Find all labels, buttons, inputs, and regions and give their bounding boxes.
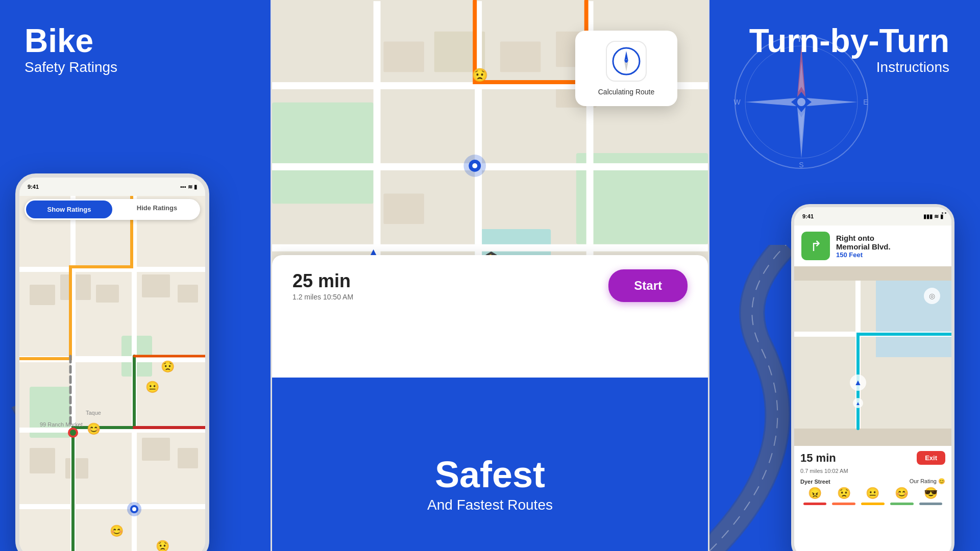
emoji-rating-item[interactable]: 😠	[800, 488, 829, 499]
emoji-face: 😊	[895, 488, 909, 499]
signal-right: ▮▮▮ ≋ ▮	[923, 213, 943, 220]
hide-ratings-btn[interactable]: Hide Ratings	[114, 199, 200, 220]
left-subtitle: Safety Ratings	[24, 59, 117, 76]
street-name-label: Dyer Street	[800, 479, 830, 485]
nav-instruction: ↱ Right onto Memorial Blvd. 150 Feet	[794, 226, 951, 266]
color-bar-item	[916, 501, 945, 505]
turn-direction: Right onto Memorial Blvd.	[836, 234, 891, 251]
color-bars-row	[800, 501, 945, 505]
svg-marker-66	[745, 98, 796, 106]
svg-text:▲: ▲	[855, 400, 861, 406]
phone-dots	[942, 212, 946, 214]
time-right: 9:41	[802, 213, 814, 219]
svg-rect-15	[19, 504, 205, 509]
svg-rect-34	[383, 42, 424, 72]
svg-rect-7	[178, 285, 198, 303]
safest-subtitle: And Fastest Routes	[427, 497, 553, 513]
svg-text:😊: 😊	[110, 524, 124, 538]
svg-text:S: S	[799, 161, 803, 169]
signal-icons-left: ▪▪▪ ≋ ▮	[180, 184, 197, 190]
show-ratings-btn[interactable]: Show Ratings	[26, 201, 112, 218]
svg-rect-39	[383, 194, 424, 224]
turn-icon: ↱	[801, 232, 830, 260]
time-left: 9:41	[28, 184, 39, 190]
svg-point-70	[797, 98, 805, 106]
safest-title: Safest	[435, 456, 545, 493]
svg-point-25	[132, 507, 136, 511]
emoji-face: 😟	[837, 488, 851, 499]
color-bar	[861, 503, 884, 505]
svg-rect-5	[96, 285, 119, 303]
svg-text:😟: 😟	[472, 67, 488, 83]
svg-rect-36	[500, 42, 541, 72]
color-bar	[803, 503, 826, 505]
emoji-rating-row: 😠😟😐😊😎	[800, 488, 945, 499]
svg-rect-9	[65, 458, 88, 479]
nav-duration: 15 min	[800, 452, 836, 465]
emoji-rating-item[interactable]: 😎	[916, 488, 945, 499]
phone-left: 9:41 ▪▪▪ ≋ ▮ Show Ratings Hide Ratings	[15, 173, 209, 551]
calculating-route-label: Calculating Route	[598, 88, 655, 96]
svg-point-49	[472, 163, 477, 168]
emoji-rating-item[interactable]: 😐	[859, 488, 888, 499]
middle-panel: 😟 🎓 idence	[271, 0, 709, 551]
svg-rect-0	[19, 183, 205, 551]
svg-rect-11	[178, 448, 198, 468]
svg-text:99 Ranch Market: 99 Ranch Market	[40, 421, 83, 428]
color-bar-item	[829, 501, 859, 505]
compass-icon	[612, 47, 641, 76]
instruction-text: Right onto Memorial Blvd. 150 Feet	[836, 234, 891, 259]
svg-text:😟: 😟	[156, 539, 170, 551]
phone-stats: 15 min Exit 0.7 miles 10:02 AM Dyer Stre…	[794, 446, 951, 551]
svg-text:W: W	[733, 98, 741, 106]
svg-text:◎: ◎	[929, 292, 935, 300]
emoji-rating-item[interactable]: 😟	[829, 488, 859, 499]
svg-marker-67	[806, 98, 857, 106]
color-bar-item	[859, 501, 888, 505]
svg-text:😊: 😊	[87, 422, 101, 436]
svg-rect-10	[142, 438, 170, 461]
color-bar	[919, 503, 942, 505]
emoji-face: 😠	[808, 488, 822, 499]
svg-text:Taque: Taque	[86, 410, 101, 416]
route-details: 1.2 miles 10:50 AM	[292, 293, 598, 301]
color-bar	[832, 503, 855, 505]
route-info-bar: 25 min 1.2 miles 10:50 AM Start	[272, 255, 708, 316]
start-button[interactable]: Start	[608, 269, 688, 302]
phone-right: 9:41 ▮▮▮ ≋ ▮ ↱ Right onto	[791, 204, 954, 551]
svg-rect-31	[272, 103, 374, 204]
status-bar-right: 9:41 ▮▮▮ ≋ ▮	[794, 207, 951, 226]
status-bar-left: 9:41 ▪▪▪ ≋ ▮	[19, 178, 205, 196]
right-heading: Turn-by-Turn Instructions	[749, 24, 949, 76]
right-subtitle: Instructions	[749, 59, 949, 76]
route-time-info: 25 min 1.2 miles 10:50 AM	[292, 270, 598, 301]
svg-point-27	[70, 430, 76, 436]
stats-main-row: 15 min Exit	[800, 451, 945, 465]
middle-map: 😟 🎓 idence	[272, 0, 708, 316]
left-heading: Bike Safety Ratings	[24, 24, 117, 76]
emoji-rating-item[interactable]: 😊	[887, 488, 916, 499]
emoji-face: 😎	[924, 488, 938, 499]
svg-rect-6	[142, 274, 170, 297]
color-bar-item	[887, 501, 916, 505]
svg-text:😟: 😟	[161, 360, 175, 373]
color-bar-item	[800, 501, 829, 505]
svg-rect-3	[30, 285, 55, 305]
left-panel: Bike Safety Ratings 9:41 ▪▪▪ ≋ ▮ Show R	[0, 0, 271, 551]
route-duration: 25 min	[292, 270, 598, 292]
phone-map-area: ▲ ◎ ▲	[794, 263, 951, 446]
svg-text:😐: 😐	[145, 380, 160, 394]
ratings-toggle: Show Ratings Hide Ratings	[24, 199, 200, 220]
svg-text:▲: ▲	[854, 378, 862, 387]
safest-section: Safest And Fastest Routes	[272, 378, 708, 551]
turn-distance: 150 Feet	[836, 251, 891, 259]
our-rating-label: Our Rating 😊	[910, 478, 945, 485]
exit-button[interactable]: Exit	[917, 451, 945, 465]
compass-icon-container	[606, 41, 647, 82]
nav-details: 0.7 miles 10:02 AM	[800, 468, 945, 474]
nav-map-svg: ▲ ◎ ▲	[794, 263, 951, 446]
color-bar	[890, 503, 913, 505]
svg-rect-72	[876, 281, 951, 357]
svg-text:E: E	[863, 98, 868, 106]
emoji-face: 😐	[866, 488, 879, 499]
